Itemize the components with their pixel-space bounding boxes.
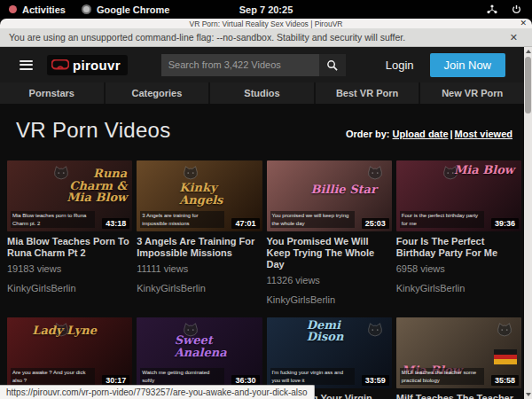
- chrome-icon: [82, 4, 91, 14]
- site-header: pirouvr Login Join Now: [0, 47, 532, 82]
- nav-item-studios[interactable]: Studios: [210, 82, 314, 104]
- video-card[interactable]: Mia Blow Four is the perfect birthday pa…: [396, 160, 521, 305]
- thumb-caption: Watch me getting dominated softly: [140, 368, 224, 385]
- scrollbar-thumb[interactable]: [525, 57, 531, 113]
- search-icon: [326, 59, 338, 71]
- nav-item-categories[interactable]: Categories: [106, 82, 209, 104]
- menu-button[interactable]: [20, 60, 33, 70]
- page-heading-row: VR Porn Videos Order by: Upload date|Mos…: [0, 104, 532, 143]
- thumb-caption: Mia Blow teaches porn to Runa Charm pt. …: [11, 211, 95, 228]
- video-card[interactable]: Mia Blow MILF teaches the teacher some p…: [396, 317, 521, 399]
- thumb-overlay-title: Kinky Angels: [179, 182, 250, 206]
- video-thumbnail[interactable]: Demi Dison I'm fucking your virgin ass a…: [267, 317, 392, 388]
- view-count: 6958 views: [396, 263, 521, 274]
- order-most-viewed-link[interactable]: Most viewed: [455, 129, 512, 139]
- video-thumbnail[interactable]: Runa Charm & Mia Blow Mia Blow teaches p…: [7, 160, 132, 231]
- video-thumbnail[interactable]: Billie Star You promised we will keep tr…: [267, 160, 392, 231]
- thumb-caption: I'm fucking your virgin ass and you will…: [270, 368, 355, 385]
- view-count: 19183 views: [7, 263, 132, 274]
- page-title: VR Porn Videos: [16, 118, 171, 143]
- video-thumbnail[interactable]: Lady Lyne Are you awake ? And your dick …: [7, 317, 132, 388]
- video-title[interactable]: Mia Blow Teaches Porn To Runa Charm Pt 2: [7, 236, 132, 259]
- duration-badge: 33:59: [362, 375, 389, 386]
- clock[interactable]: Sep 7 20:25: [239, 4, 293, 15]
- view-count: 11326 views: [267, 275, 392, 286]
- duration-badge: 39:36: [491, 218, 519, 229]
- scrollbar-up-arrow-icon[interactable]: [524, 47, 532, 56]
- login-link[interactable]: Login: [379, 55, 421, 75]
- order-separator: |: [449, 129, 455, 139]
- search-box: [161, 54, 346, 76]
- power-icon[interactable]: [512, 4, 521, 14]
- app-menu-label: Google Chrome: [97, 4, 170, 15]
- studio-link[interactable]: KinkyGirlsBerlin: [267, 294, 392, 305]
- thumb-overlay-title: Lady Lyne: [32, 325, 97, 337]
- video-title[interactable]: You Promised We Will Keep Trying The Who…: [267, 236, 392, 270]
- studio-link[interactable]: KinkyGirlsBerlin: [396, 283, 521, 293]
- nav-item-best-vr[interactable]: Best VR Porn: [316, 82, 419, 104]
- thumb-overlay-title: Runa Charm & Mia Blow: [56, 168, 127, 204]
- search-input[interactable]: [161, 54, 319, 76]
- video-thumbnail[interactable]: Kinky Angels 3 Angels are training for i…: [137, 160, 262, 231]
- video-title[interactable]: Four Is The Perfect Birthday Party For M…: [396, 236, 521, 259]
- studio-link[interactable]: KinkyGirlsBerlin: [7, 283, 132, 293]
- thumb-caption: You promised we will keep trying the who…: [270, 211, 355, 228]
- german-flag-icon: [494, 349, 517, 364]
- video-thumbnail[interactable]: Mia Blow MILF teaches the teacher some p…: [396, 317, 521, 388]
- window-title-bar[interactable]: VR Porn: Virtual Reality Sex Videos | Pi…: [0, 19, 532, 28]
- video-card[interactable]: Billie Star You promised we will keep tr…: [267, 160, 392, 305]
- network-icon[interactable]: [487, 4, 497, 14]
- status-url-bar: https://pirouvr.com/vr-porn-video/779325…: [0, 385, 315, 399]
- logo-wordmark: pirouvr: [73, 58, 121, 73]
- recording-indicator-icon: [9, 5, 17, 13]
- studio-cat-watermark-icon: [365, 164, 385, 184]
- page-scrollbar[interactable]: [524, 47, 532, 399]
- thumb-caption: 3 Angels are training for impossible mis…: [140, 211, 224, 228]
- vr-goggles-icon: [51, 59, 69, 70]
- thumb-caption: Are you awake ? And your dick also ?: [11, 368, 95, 385]
- app-menu-button[interactable]: Google Chrome: [82, 4, 170, 15]
- video-title[interactable]: 3 Angels Are Training For Impossible Mis…: [137, 236, 262, 259]
- browser-viewport: pirouvr Login Join Now Pornstars Categor…: [0, 47, 532, 399]
- search-button[interactable]: [319, 54, 346, 76]
- duration-badge: 47:01: [231, 218, 259, 229]
- duration-badge: 35:58: [491, 375, 519, 386]
- system-top-bar: Activities Google Chrome Sep 7 20:25: [0, 0, 532, 19]
- thumb-overlay-title: Sweet Analena: [175, 334, 246, 358]
- site-logo[interactable]: pirouvr: [47, 55, 128, 75]
- view-count: 11111 views: [137, 263, 262, 274]
- order-by-label: Order by:: [346, 129, 390, 139]
- video-grid: Runa Charm & Mia Blow Mia Blow teaches p…: [0, 143, 532, 399]
- video-card[interactable]: Kinky Angels 3 Angels are training for i…: [137, 160, 262, 305]
- infobar-close-icon[interactable]: ✕: [510, 32, 523, 43]
- nav-item-new-vr[interactable]: New VR Porn: [420, 82, 524, 104]
- order-by: Order by: Upload date|Most viewed: [346, 129, 512, 143]
- thumb-caption: MILF teaches the teacher some practical …: [400, 368, 484, 385]
- thumb-overlay-title: Demi Dison: [307, 319, 378, 343]
- activities-label: Activities: [22, 4, 66, 15]
- tab-title: VR Porn: Virtual Reality Sex Videos | Pi…: [190, 20, 343, 28]
- screen: Activities Google Chrome Sep 7 20:25 VR …: [0, 0, 532, 399]
- duration-badge: 25:03: [362, 218, 389, 229]
- status-url: https://pirouvr.com/vr-porn-video/779325…: [6, 387, 308, 397]
- join-now-button[interactable]: Join Now: [430, 53, 505, 77]
- main-nav: Pornstars Categories Studios Best VR Por…: [0, 82, 532, 104]
- nav-item-pornstars[interactable]: Pornstars: [0, 82, 104, 104]
- video-card[interactable]: Runa Charm & Mia Blow Mia Blow teaches p…: [7, 160, 132, 305]
- order-upload-date-link[interactable]: Upload date: [393, 129, 449, 139]
- tab-close-icon[interactable]: ✕: [520, 19, 527, 28]
- studio-cat-watermark-icon: [495, 321, 514, 340]
- activities-button[interactable]: Activities: [9, 4, 66, 15]
- thumb-overlay-title: Billie Star: [311, 184, 377, 196]
- video-title[interactable]: Milf Teaches The Teacher Some Practical …: [396, 393, 521, 399]
- thumb-overlay-title: Mia Blow: [454, 164, 514, 176]
- scrollbar-down-arrow-icon[interactable]: [524, 390, 532, 399]
- chrome-infobar: You are using an unsupported command-lin…: [0, 28, 532, 47]
- studio-link[interactable]: KinkyGirlsBerlin: [137, 283, 262, 293]
- video-thumbnail[interactable]: Mia Blow Four is the perfect birthday pa…: [396, 160, 521, 231]
- duration-badge: 43:18: [102, 218, 129, 229]
- infobar-message: You are using an unsupported command-lin…: [9, 32, 405, 43]
- thumb-caption: Four is the perfect birthday party for m…: [400, 211, 484, 228]
- video-thumbnail[interactable]: Sweet Analena Watch me getting dominated…: [137, 317, 262, 388]
